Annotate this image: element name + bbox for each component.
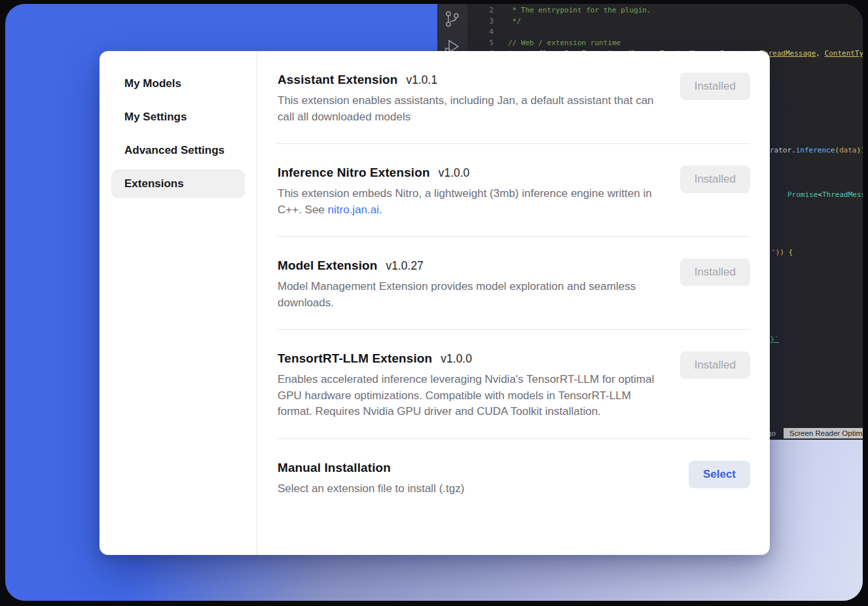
code-text: * The entrypoint for the plugin. [508,5,651,16]
sidebar-item-my-models[interactable]: My Models [111,69,245,98]
settings-modal: My Models My Settings Advanced Settings … [99,51,770,555]
code-fragment-brace: ")) { [771,247,793,258]
extension-version: v1.0.0 [441,352,472,366]
extensions-list: Assistant Extension v1.0.1 This extensio… [257,51,770,555]
code-text: // Web / extension runtime [508,38,621,49]
extension-description: This extension enables assistants, inclu… [278,93,656,125]
extension-name: Assistant Extension [278,73,398,87]
manual-installation-row: Manual Installation Select an extension … [278,439,750,516]
extension-row-model: Model Extension v1.0.27 Model Management… [278,237,750,330]
extension-name: Model Extension [278,258,377,273]
line-number: 3 [437,16,494,27]
line-number: 2 [437,5,494,16]
code-text: */ [508,16,521,27]
settings-sidebar: My Models My Settings Advanced Settings … [99,51,257,555]
extension-description: Enables accelerated inference leveraging… [278,372,656,420]
line-number: 4 [437,27,494,38]
extension-name: Inference Nitro Extension [278,166,430,180]
extension-version: v1.0.0 [439,166,470,180]
extension-row-assistant: Assistant Extension v1.0.1 This extensio… [278,51,750,144]
extension-row-inference-nitro: Inference Nitro Extension v1.0.0 This ex… [278,144,750,237]
select-file-button[interactable]: Select [689,461,750,488]
sidebar-item-advanced-settings[interactable]: Advanced Settings [111,136,245,165]
manual-installation-title: Manual Installation [278,461,391,475]
extension-version: v1.0.1 [407,73,438,87]
sidebar-item-extensions[interactable]: Extensions [111,169,245,198]
screen-reader-chip[interactable]: Screen Reader Optimized [784,428,863,438]
sidebar-item-my-settings[interactable]: My Settings [111,103,245,132]
installed-button[interactable]: Installed [680,351,750,379]
extension-description: Model Management Extension provides mode… [278,279,656,311]
app-window: 2 * The entrypoint for the plugin. 3 */ … [5,4,863,601]
installed-button[interactable]: Installed [680,166,750,193]
installed-button[interactable]: Installed [680,258,750,286]
nitro-jan-ai-link[interactable]: nitro.jan.ai. [328,204,382,216]
extension-description: This extension embeds Nitro, a lightweig… [278,186,656,218]
code-fragment-inference: rator.inference(data)); [770,145,863,156]
manual-installation-description: Select an extension file to install (.tg… [278,481,464,497]
extension-row-tensorrt-llm: TensortRT-LLM Extension v1.0.0 Enables a… [278,330,750,439]
line-number: 5 [437,38,494,49]
extension-name: TensortRT-LLM Extension [278,351,432,366]
installed-button[interactable]: Installed [680,73,750,100]
extension-version: v1.0.27 [386,259,423,273]
code-fragment-promise: Promise<ThreadMessage> [787,190,863,200]
